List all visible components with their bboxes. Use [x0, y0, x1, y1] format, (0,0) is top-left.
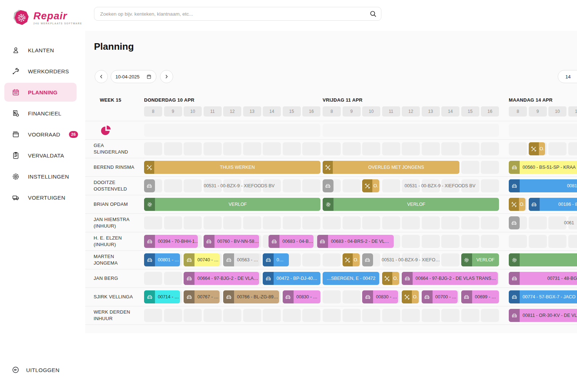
slot-cell[interactable]: [283, 142, 301, 155]
slot-cell[interactable]: [481, 161, 499, 174]
slot-cell[interactable]: [461, 161, 479, 174]
slot-cell[interactable]: [568, 235, 577, 248]
slot-cell[interactable]: [461, 309, 479, 322]
slot-cell[interactable]: [343, 290, 361, 303]
slot-cell[interactable]: [441, 142, 459, 155]
slot-cell[interactable]: [302, 309, 320, 322]
sidebar-item-klanten[interactable]: KLANTEN: [4, 41, 77, 60]
slot-cell[interactable]: [243, 309, 261, 322]
slot-cell[interactable]: [461, 142, 479, 155]
slot-cell[interactable]: [263, 142, 281, 155]
slot-cell[interactable]: [382, 309, 400, 322]
slot-cell[interactable]: [481, 216, 499, 229]
slot-cell[interactable]: [144, 142, 162, 155]
slot-cell[interactable]: [323, 309, 341, 322]
leave-block[interactable]: VERLOF: [461, 253, 499, 266]
slot-cell[interactable]: [144, 309, 162, 322]
slot-cell[interactable]: [402, 216, 420, 229]
leave-block[interactable]: VERLOF: [144, 198, 320, 211]
slot-cell[interactable]: [302, 253, 320, 266]
slot-cell[interactable]: [343, 216, 361, 229]
leave-block[interactable]: [509, 253, 577, 266]
slot-cell[interactable]: [223, 216, 241, 229]
task-block[interactable]: O.: [402, 290, 419, 303]
appointment-block[interactable]: 00394 - 70-BHH-1…: [144, 235, 198, 248]
slot-cell[interactable]: [422, 142, 440, 155]
appointment-block[interactable]: 00714 - …: [144, 290, 180, 303]
slot-cell[interactable]: [243, 142, 261, 155]
appointment-block[interactable]: 00683 - 04-B…: [269, 235, 314, 248]
slot-cell[interactable]: [382, 216, 400, 229]
reserved-block[interactable]: 00531 - 00-BZX-9 - XIEFOODS BV: [158, 179, 320, 192]
appointment-block[interactable]: 00830 - …: [283, 290, 321, 303]
appointment-block[interactable]: 00683 - 04-BRS-2 - DE VL…: [317, 235, 394, 248]
slot-cell[interactable]: [323, 142, 341, 155]
sidebar-item-planning[interactable]: PLANNING: [4, 83, 77, 102]
slot-cell[interactable]: [529, 235, 547, 248]
slot-cell[interactable]: [343, 142, 361, 155]
sidebar-item-financieel[interactable]: FINANCIEEL: [4, 104, 77, 123]
slot-cell[interactable]: [402, 142, 420, 155]
slot-cell[interactable]: [382, 142, 400, 155]
appointment-block[interactable]: 00563 - …: [223, 253, 259, 266]
slot-cell[interactable]: [343, 179, 361, 192]
slot-cell[interactable]: [481, 309, 499, 322]
slot-cell[interactable]: [481, 142, 499, 155]
slot-cell[interactable]: [343, 309, 361, 322]
slot-cell[interactable]: [461, 235, 479, 248]
slot-cell[interactable]: [164, 216, 182, 229]
reserved-icon-block[interactable]: [509, 216, 520, 229]
slot-cell[interactable]: [548, 142, 566, 155]
slot-cell[interactable]: [184, 216, 202, 229]
slot-cell[interactable]: [441, 216, 459, 229]
leave-block[interactable]: VERLOF: [323, 198, 499, 211]
appointment-block[interactable]: 00830 - …: [362, 290, 398, 303]
appointment-block[interactable]: 00774 - 57-BGX-7 - JACO: [509, 290, 577, 303]
slot-cell[interactable]: [302, 142, 320, 155]
slot-cell[interactable]: [223, 142, 241, 155]
task-block[interactable]: O.: [343, 253, 360, 266]
slot-cell[interactable]: [481, 235, 499, 248]
slot-cell[interactable]: [184, 142, 202, 155]
slot-cell[interactable]: [243, 216, 261, 229]
task-block[interactable]: O.: [529, 142, 545, 155]
slot-cell[interactable]: [204, 309, 222, 322]
reserved-block[interactable]: 0061: [523, 216, 577, 229]
slot-cell[interactable]: [164, 309, 182, 322]
slot-cell[interactable]: [283, 216, 301, 229]
previous-day-button[interactable]: [95, 70, 108, 83]
slot-cell[interactable]: [509, 142, 527, 155]
slot-cell[interactable]: [263, 309, 281, 322]
slot-cell[interactable]: [323, 253, 341, 266]
appointment-block[interactable]: 00760 - BV-NN-58…: [204, 235, 259, 248]
appointment-block[interactable]: 00664 - 97-BJG-2 - DE VLAS TRANS…: [402, 272, 498, 285]
slot-cell[interactable]: [422, 235, 440, 248]
sidebar-item-voorraad[interactable]: VOORRAAD26: [4, 125, 77, 144]
appointment-block[interactable]: 00767 - …: [184, 290, 220, 303]
slot-cell[interactable]: [263, 216, 281, 229]
appointment-block[interactable]: 00700 - …: [422, 290, 458, 303]
sidebar-item-voertuigen[interactable]: VOERTUIGEN: [4, 188, 77, 207]
reserved-icon-block[interactable]: [144, 179, 155, 192]
slot-cell[interactable]: [422, 309, 440, 322]
reserved-icon-block[interactable]: [362, 253, 373, 266]
slot-cell[interactable]: [441, 309, 459, 322]
slot-cell[interactable]: [548, 235, 566, 248]
date-input[interactable]: 10-04-2025: [111, 70, 156, 83]
slot-cell[interactable]: [362, 142, 380, 155]
appointment-block[interactable]: 00731 - 48-BG: [509, 272, 577, 285]
logout-button[interactable]: UITLOGGEN: [12, 366, 60, 374]
next-day-button[interactable]: [160, 70, 173, 83]
slot-cell[interactable]: [283, 309, 301, 322]
task-block[interactable]: THUIS WERKEN: [144, 161, 320, 174]
slot-cell[interactable]: [223, 309, 241, 322]
appointment-block[interactable]: 00699 - …: [461, 290, 499, 303]
sidebar-item-instellingen[interactable]: INSTELLINGEN: [4, 167, 77, 186]
appointment-block[interactable]: 0081: [509, 179, 577, 192]
appointment-block[interactable]: 00811 - OR-30-KV - DE VL: [509, 309, 577, 322]
slot-cell[interactable]: [323, 216, 341, 229]
sidebar-item-vervaldata[interactable]: VERVALDATA: [4, 146, 77, 165]
slot-cell[interactable]: [422, 216, 440, 229]
slot-cell[interactable]: [568, 142, 577, 155]
task-block[interactable]: O.: [509, 198, 525, 211]
